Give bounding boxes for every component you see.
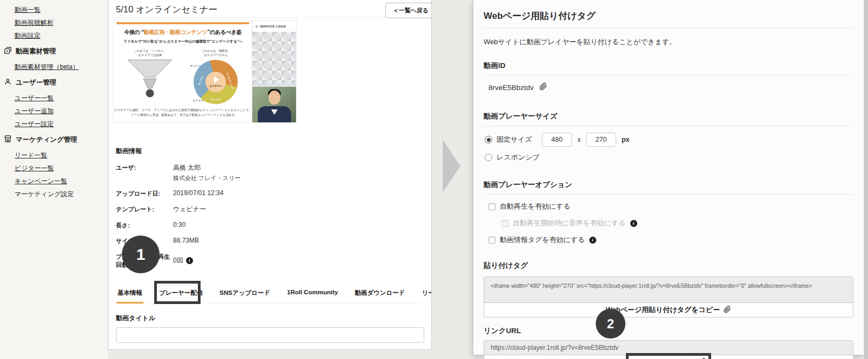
tab-video-download[interactable]: 動画ダウンロード	[354, 289, 406, 303]
embed-code-box: <iframe width="480" height="270" src="ht…	[484, 277, 853, 303]
info-icon[interactable]: i	[630, 220, 637, 227]
company-name: 株式会社 フレイ・スリー	[173, 174, 240, 182]
funnel-heading-1: これまでは「ファネル」	[123, 49, 177, 53]
sidebar-section-marketing: マーケティング管理	[4, 135, 108, 144]
tab-sns-upload[interactable]: SNSアップロード	[218, 289, 271, 303]
divider	[484, 28, 853, 29]
segment-service: サービス	[198, 75, 204, 86]
sidebar-item-marketing-settings[interactable]: マーケティング設定	[15, 191, 108, 198]
player-height-input[interactable]	[586, 133, 616, 147]
service-logo: ◆ SERVICE LOGO	[252, 20, 296, 32]
sidebar-section-video-materials: 動画素材管理	[4, 46, 108, 56]
sidebar-section-label: 動画素材管理	[16, 47, 56, 56]
sidebar-item-video-settings[interactable]: 動画設定	[15, 32, 108, 39]
cycle-diagram: これからは「循環型」 カスタマーが中心 サービス マーケティング セールス カス…	[189, 49, 243, 104]
presenter-photo	[252, 87, 296, 122]
sidebar-item-user-list[interactable]: ユーザー一覧	[15, 95, 108, 102]
info-icon[interactable]: i	[589, 237, 596, 244]
funnel-heading-2: カスタマーは結果	[123, 53, 177, 57]
size-x-separator: x	[577, 136, 581, 143]
video-info-table: ユーザ: 高橋 太郎 株式会社 フレイ・スリー アップロード日: 2019/07…	[116, 163, 424, 269]
video-library-icon	[4, 46, 12, 56]
panel-description: Webサイトに動画プレイヤーを貼り付けることができます。	[484, 37, 853, 47]
autoplay-checkbox[interactable]	[488, 203, 495, 210]
presenter-face	[268, 91, 280, 105]
copy-link-url-button[interactable]: リンクURLをコピー	[484, 355, 853, 359]
video-info-tag-checkbox[interactable]	[488, 237, 495, 244]
cycle-center-label: カスタマー	[209, 84, 222, 87]
page-title: 5/10 オンラインセミナー	[116, 4, 217, 16]
video-info-tag-option: 動画情報タグを有効にする i	[488, 235, 853, 245]
segment-marketing: マーケティング	[226, 72, 235, 90]
copy-embed-tag-button-label: Webページ用貼り付けタグをコピー	[606, 305, 720, 315]
paperclip-icon[interactable]	[539, 82, 547, 92]
fixed-size-option-label: 固定サイズ	[497, 135, 532, 144]
video-title-input[interactable]	[116, 327, 424, 343]
cycle-donut: サービス マーケティング セールス カスタマー	[194, 60, 238, 104]
cycle-heading-1: これからは「循環型」	[189, 49, 243, 53]
funnel-shape	[125, 59, 175, 102]
copy-embed-tag-button[interactable]: Webページ用貼り付けタグをコピー	[484, 303, 853, 317]
sidebar-item-user-add[interactable]: ユーザー追加	[15, 108, 108, 115]
play-button-overlay[interactable]: カスタマー	[205, 72, 226, 92]
sidebar-item-video-list[interactable]: 動画一覧	[15, 6, 108, 13]
info-label: ユーザ:	[116, 163, 173, 182]
slide-subtitle: ファネルで“刈り取る”からカスタマー中心の循環型で“エンゲージする”へ	[114, 39, 252, 44]
px-unit-label: px	[622, 136, 630, 143]
background-pattern	[252, 32, 296, 87]
screen: 動画一覧 動画視聴解析 動画設定 動画素材管理 動画素材管理（beta） ユーザ…	[0, 0, 868, 359]
slide-title-prefix: 今後の “	[124, 29, 144, 35]
info-label: 長さ:	[116, 221, 173, 230]
user-name: 高橋 太郎	[173, 164, 201, 171]
responsive-option: レスポンシブ	[485, 153, 853, 162]
paperclip-icon	[724, 306, 731, 315]
player-width-input[interactable]	[542, 133, 572, 147]
detail-tabs: 基本情報 プレーヤー配信 SNSアップロード 1Roll Community 動…	[116, 289, 424, 304]
autoplay-option-label: 自動再生を有効にする	[500, 202, 570, 211]
info-icon[interactable]: i	[186, 257, 193, 264]
panel-title: Webページ用貼り付けタグ	[484, 10, 853, 22]
video-title-label: 動画タイトル	[116, 314, 424, 323]
autoplay-sound-checkbox[interactable]	[501, 220, 508, 227]
sidebar-item-visitor-list[interactable]: ビジター一覧	[15, 165, 108, 172]
responsive-radio[interactable]	[485, 154, 492, 161]
autoplay-sound-option: 自動再生開始時に音声を有効にする i	[501, 218, 853, 228]
tab-basic-info[interactable]: 基本情報	[116, 289, 143, 303]
video-thumbnail[interactable]: 今後の “動画広告・動画コンテンツ”のあるべき姿 ファネルで“刈り取る”からカス…	[113, 20, 297, 123]
link-url-section: リンクURL https://cloud-player.1roll.jp/?v=…	[484, 326, 853, 359]
back-to-list-button[interactable]: ＜一覧へ戻る	[385, 3, 432, 18]
divider	[484, 126, 853, 126]
tab-player-distribution[interactable]: プレーヤー配信	[158, 289, 204, 303]
video-id-value: 8rveE5Bbztdv	[488, 84, 534, 92]
slide-title: 今後の “動画広告・動画コンテンツ”のあるべき姿	[114, 29, 252, 36]
sidebar-item-video-materials-beta[interactable]: 動画素材管理（beta）	[15, 64, 108, 71]
diamond-icon: ◆	[255, 24, 258, 29]
player-options-label: 動画プレーヤーオプション	[484, 180, 853, 190]
info-row-length: 長さ: 0:30	[116, 221, 424, 230]
funnel-diagram: これまでは「ファネル」 カスタマーは結果 マーケティング セールス カスタ	[123, 49, 177, 104]
play-icon	[214, 77, 219, 83]
autoplay-sound-option-label: 自動再生開始時に音声を有効にする	[513, 218, 626, 228]
step-badge-2: 2	[596, 309, 625, 339]
info-value: 88.73MB	[173, 237, 199, 245]
info-value: 高橋 太郎 株式会社 フレイ・スリー	[173, 163, 240, 182]
fixed-size-radio[interactable]	[485, 136, 492, 143]
video-id-label: 動画ID	[484, 61, 853, 71]
sidebar: 動画一覧 動画視聴解析 動画設定 動画素材管理 動画素材管理（beta） ユーザ…	[0, 0, 108, 359]
cycle-heading-2: カスタマーが中心	[189, 53, 243, 57]
slide-title-suffix: ”のあるべき姿	[207, 29, 242, 35]
info-value: 0:30	[173, 221, 185, 230]
info-row-size: サイズ: 88.73MB	[116, 237, 424, 245]
link-url-box: https://cloud-player.1roll.jp/?v=8rveE5B…	[484, 340, 853, 355]
tab-lead-acquisition[interactable]: リード取得	[421, 289, 432, 303]
video-info-heading: 動画情報	[116, 147, 424, 156]
sidebar-item-campaign-list[interactable]: キャンペーン一覧	[15, 178, 108, 185]
user-icon	[4, 78, 12, 87]
player-size-label: 動画プレーヤーサイズ	[484, 112, 853, 121]
tab-1roll-community[interactable]: 1Roll Community	[286, 289, 339, 303]
sidebar-item-lead-list[interactable]: リード一覧	[15, 152, 108, 159]
service-logo-text: SERVICE LOGO	[260, 25, 286, 28]
sidebar-item-video-analytics[interactable]: 動画視聴解析	[15, 19, 108, 26]
slide-title-accent: 動画広告・動画コンテンツ	[144, 29, 208, 35]
sidebar-item-user-settings[interactable]: ユーザー設定	[15, 121, 108, 128]
